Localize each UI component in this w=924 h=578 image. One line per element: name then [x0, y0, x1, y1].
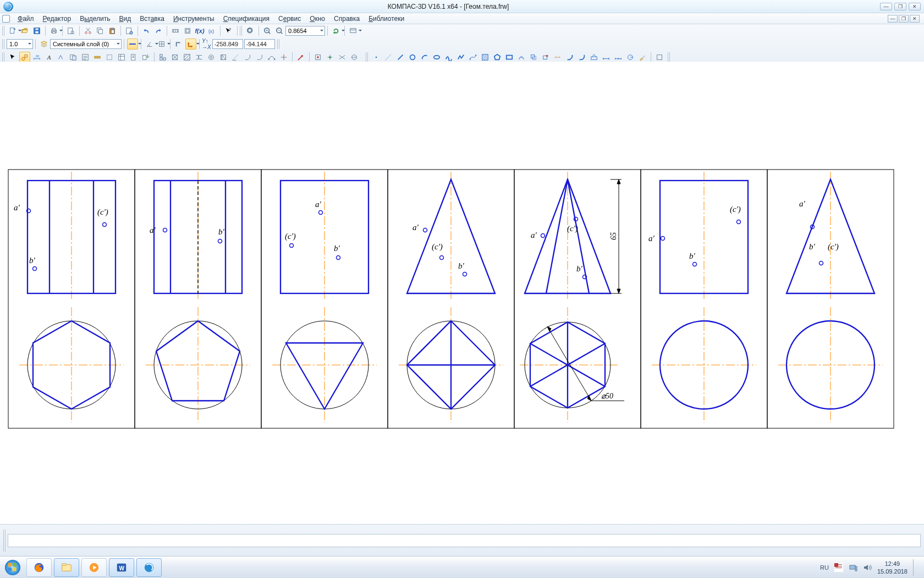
insert-block-button[interactable] [140, 52, 151, 63]
menu-service[interactable]: Сервис [274, 15, 305, 23]
contour-button[interactable] [540, 52, 551, 63]
tray-flag-icon[interactable] [834, 563, 843, 572]
equidistant-button[interactable] [528, 52, 539, 63]
local-cs-button[interactable] [185, 39, 196, 50]
command-input[interactable] [8, 534, 921, 547]
zoom-in-button[interactable] [262, 25, 273, 36]
maximize-button[interactable]: ❐ [894, 3, 906, 10]
snap-angle-button[interactable] [144, 39, 155, 50]
paste-button[interactable] [107, 25, 118, 36]
project-button[interactable] [588, 52, 600, 63]
constraint2-button[interactable] [324, 52, 336, 63]
detail-view-button[interactable] [206, 52, 217, 63]
menu-view[interactable]: Вид [115, 15, 136, 23]
fillet2-button[interactable] [576, 52, 587, 63]
point-button[interactable] [371, 52, 382, 63]
axes-button[interactable] [552, 52, 563, 63]
copy-button[interactable] [95, 25, 106, 36]
associative-views-button[interactable] [169, 52, 180, 63]
start-button[interactable] [0, 557, 25, 579]
circle-button[interactable] [407, 52, 418, 63]
save-button[interactable] [31, 25, 42, 36]
toolbar-grip[interactable] [277, 39, 280, 49]
taskbar-media-player[interactable] [81, 558, 107, 577]
properties-button[interactable] [124, 25, 135, 36]
break-view-button[interactable] [194, 52, 205, 63]
polyline-button[interactable] [455, 52, 466, 63]
zoom-out-button[interactable] [274, 25, 285, 36]
system-clock[interactable]: 12:49 15.09.2018 [877, 560, 908, 575]
hatching-button[interactable] [182, 52, 193, 63]
coord-x-input[interactable] [212, 39, 243, 49]
cut-button[interactable] [82, 25, 94, 36]
menu-insert[interactable]: Вставка [135, 15, 169, 23]
print-button[interactable] [48, 25, 59, 36]
doc-close[interactable]: ✕ [910, 15, 920, 23]
macro2-button[interactable] [182, 25, 193, 36]
menu-file[interactable]: Файл [13, 15, 38, 23]
toolbar-grip[interactable] [2, 52, 6, 62]
chamfer-button[interactable] [242, 52, 253, 63]
toolbar-grip[interactable] [2, 26, 6, 36]
spline-button[interactable] [443, 52, 454, 63]
view-mode-button[interactable] [348, 25, 359, 36]
menu-spec[interactable]: Спецификация [219, 15, 274, 23]
macro1-button[interactable] [170, 25, 181, 36]
section-button[interactable] [218, 52, 229, 63]
chamfer2-button[interactable] [564, 52, 575, 63]
menu-tools[interactable]: Инструменты [169, 15, 219, 23]
tray-devices-icon[interactable] [849, 563, 857, 572]
trim-button[interactable] [278, 52, 289, 63]
language-indicator[interactable]: RU [820, 564, 829, 571]
minimize-button[interactable]: — [880, 3, 892, 10]
rectangle-button[interactable] [504, 52, 515, 63]
taskbar-kompas[interactable] [136, 558, 162, 577]
menu-help[interactable]: Справка [329, 15, 364, 23]
arrow-button[interactable] [295, 52, 306, 63]
spec-panel-button[interactable] [116, 52, 127, 63]
constraint1-button[interactable] [312, 52, 323, 63]
toolbar-grip[interactable] [366, 52, 369, 62]
dim-lin-button[interactable] [601, 52, 612, 63]
menu-window[interactable]: Окно [305, 15, 329, 23]
aux-line-button[interactable] [383, 52, 394, 63]
sel-panel-button[interactable] [104, 52, 115, 63]
dimensions-panel-button[interactable]: 20 [31, 52, 42, 63]
hatch-button[interactable] [480, 52, 491, 63]
close-button[interactable]: ✕ [909, 3, 921, 10]
toolbar-grip[interactable] [3, 530, 7, 552]
dim-rad-button[interactable] [625, 52, 636, 63]
edit-panel-button[interactable] [68, 52, 79, 63]
taskbar-word[interactable]: W [109, 558, 134, 577]
menu-editor[interactable]: Редактор [38, 15, 76, 23]
menu-select[interactable]: Выделить [75, 15, 114, 23]
reports-button[interactable] [128, 52, 139, 63]
curve-edit-button[interactable] [266, 52, 277, 63]
open-file-button[interactable] [19, 25, 30, 36]
bezier-button[interactable] [468, 52, 479, 63]
zoom-fit-button[interactable] [245, 25, 256, 36]
offset-button[interactable] [516, 52, 527, 63]
doc-restore[interactable]: ❐ [899, 15, 909, 23]
text-panel-button[interactable]: А [43, 52, 54, 63]
show-desktop-button[interactable] [913, 559, 919, 576]
layer-combo[interactable]: Системный слой (0) [50, 39, 122, 49]
variables-button[interactable]: (x) [206, 25, 217, 36]
drawing-workspace[interactable]: .thin{stroke:#000;stroke-width:1;fill:no… [0, 62, 924, 523]
dim-chain-button[interactable] [613, 52, 624, 63]
layers-button[interactable] [38, 39, 50, 50]
aux-lines-button[interactable] [230, 52, 241, 63]
polygon-button[interactable] [492, 52, 503, 63]
segment-button[interactable] [395, 52, 406, 63]
cursor-button[interactable] [7, 52, 18, 63]
zoom-combo[interactable]: 0.8654 [285, 26, 325, 36]
menu-libs[interactable]: Библиотеки [364, 15, 409, 23]
params-panel-button[interactable] [80, 52, 91, 63]
line-style-button[interactable] [127, 39, 138, 50]
constraint4-button[interactable] [349, 52, 360, 63]
geometry-panel-button[interactable] [19, 52, 30, 63]
constraint3-button[interactable] [337, 52, 348, 63]
fillet-button[interactable] [254, 52, 265, 63]
doc-minimize[interactable]: — [888, 15, 898, 23]
preview-button[interactable] [65, 25, 76, 36]
